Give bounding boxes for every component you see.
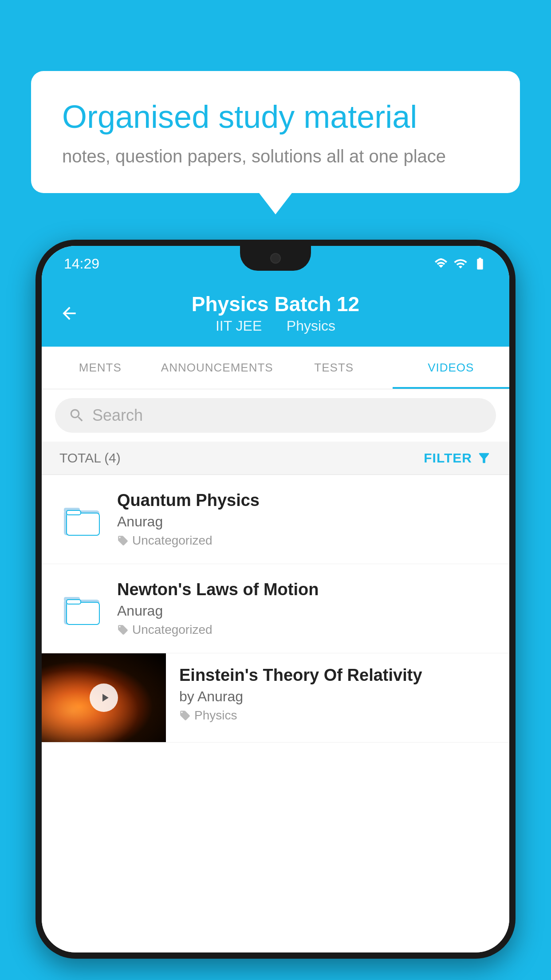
status-icons (434, 257, 487, 271)
svg-rect-2 (67, 513, 99, 535)
folder-icon (62, 502, 101, 537)
search-placeholder: Search (92, 406, 143, 425)
video-thumbnail (42, 653, 166, 742)
video-tag: Uncategorized (117, 623, 492, 637)
tab-tests[interactable]: TESTS (276, 347, 393, 389)
video-info: Einstein's Theory Of Relativity by Anura… (166, 653, 509, 735)
video-info: Quantum Physics Anurag Uncategorized (117, 491, 492, 548)
filter-button[interactable]: FILTER (424, 450, 492, 466)
tab-ments[interactable]: MENTS (42, 347, 159, 389)
header-subtitle: IIT JEE Physics (211, 318, 340, 334)
play-icon (98, 691, 111, 704)
filter-bar: TOTAL (4) FILTER (42, 442, 509, 475)
tag-icon (117, 624, 129, 636)
camera (270, 253, 281, 264)
status-time: 14:29 (64, 256, 99, 272)
folder-icon (62, 591, 101, 626)
total-count: TOTAL (4) (59, 450, 121, 466)
back-arrow-icon (59, 304, 79, 323)
search-container: Search (42, 389, 509, 442)
tabs-bar: MENTS ANNOUNCEMENTS TESTS VIDEOS (42, 347, 509, 389)
folder-icon-wrap (59, 502, 104, 537)
tab-announcements[interactable]: ANNOUNCEMENTS (159, 347, 276, 389)
video-title: Quantum Physics (117, 491, 492, 510)
screen-content: Physics Batch 12 IIT JEE Physics MENTS A… (42, 281, 509, 952)
video-tag: Physics (179, 708, 496, 723)
list-item[interactable]: Quantum Physics Anurag Uncategorized (42, 475, 509, 564)
filter-icon (476, 450, 492, 466)
header-title: Physics Batch 12 (192, 292, 359, 316)
phone-screen: 14:29 (42, 246, 509, 952)
video-list: Quantum Physics Anurag Uncategorized (42, 475, 509, 952)
status-bar: 14:29 (42, 246, 509, 281)
filter-label: FILTER (424, 450, 472, 466)
tag-icon (117, 535, 129, 546)
back-button[interactable] (59, 304, 79, 325)
svg-rect-7 (67, 600, 81, 604)
speech-bubble: Organised study material notes, question… (31, 71, 520, 193)
signal-icon (453, 257, 468, 271)
search-icon (68, 407, 85, 424)
phone-frame: 14:29 (35, 240, 516, 959)
svg-rect-3 (67, 510, 81, 515)
bubble-subtitle: notes, question papers, solutions all at… (62, 146, 489, 166)
folder-icon-wrap (59, 591, 104, 626)
list-item[interactable]: Einstein's Theory Of Relativity by Anura… (42, 653, 509, 743)
video-title: Einstein's Theory Of Relativity (179, 666, 496, 685)
app-header: Physics Batch 12 IIT JEE Physics (42, 281, 509, 347)
video-author: by Anurag (179, 688, 496, 705)
tag-icon (179, 710, 191, 721)
play-button[interactable] (90, 684, 118, 712)
wifi-icon (434, 257, 448, 271)
search-bar[interactable]: Search (55, 398, 496, 433)
speech-bubble-container: Organised study material notes, question… (31, 71, 520, 193)
video-tag: Uncategorized (117, 533, 492, 548)
video-author: Anurag (117, 514, 492, 530)
video-author: Anurag (117, 603, 492, 619)
list-item[interactable]: Newton's Laws of Motion Anurag Uncategor… (42, 564, 509, 653)
tab-videos[interactable]: VIDEOS (393, 347, 510, 389)
svg-rect-6 (67, 602, 99, 624)
video-title: Newton's Laws of Motion (117, 580, 492, 599)
notch (240, 246, 311, 271)
bubble-title: Organised study material (62, 98, 489, 136)
video-info: Newton's Laws of Motion Anurag Uncategor… (117, 580, 492, 637)
battery-icon (473, 257, 487, 271)
